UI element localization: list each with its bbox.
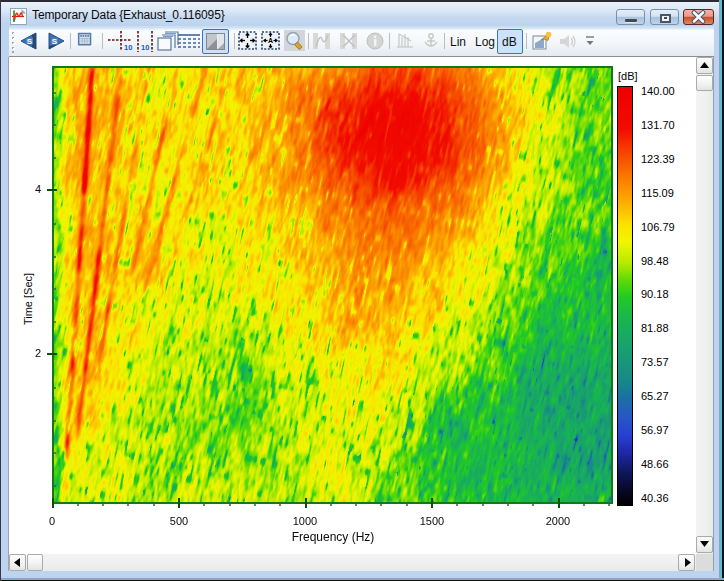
- svg-text:10: 10: [124, 43, 132, 52]
- svg-text:10: 10: [141, 43, 149, 52]
- svg-text:A: A: [268, 37, 273, 44]
- svg-text:S: S: [52, 37, 58, 46]
- svg-text:S: S: [27, 37, 33, 46]
